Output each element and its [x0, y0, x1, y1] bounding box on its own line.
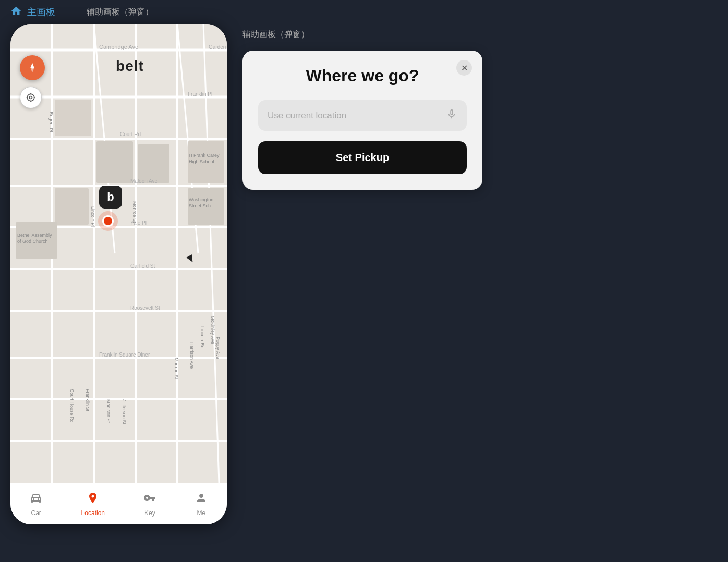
svg-text:H Frank Carey: H Frank Carey: [189, 153, 220, 158]
svg-text:Lincoln Pl: Lincoln Pl: [90, 206, 95, 227]
svg-rect-20: [138, 144, 169, 183]
key-icon: [143, 492, 156, 507]
svg-text:Court House Rd: Court House Rd: [69, 389, 75, 423]
right-panel: 辅助画板（弹窗） ✕ Where we go? Use current loca…: [242, 24, 718, 560]
popup-card: ✕ Where we go? Use current location Set …: [242, 51, 482, 190]
sub-panel-title: 辅助画板（弹窗）: [87, 7, 153, 18]
popup-title: Where we go?: [258, 66, 467, 85]
locate-button[interactable]: [20, 87, 42, 108]
svg-text:McKinley Ave: McKinley Ave: [210, 316, 215, 344]
svg-text:Franklin Square Diner: Franklin Square Diner: [99, 352, 150, 358]
svg-text:Lincoln Rd: Lincoln Rd: [200, 326, 205, 349]
svg-text:Franklin St: Franklin St: [85, 389, 90, 412]
main-panel-title: 主画板: [27, 6, 55, 18]
location-input-wrap[interactable]: Use current location: [258, 100, 467, 131]
panel-title: 辅助画板（弹窗）: [242, 29, 718, 40]
svg-text:Garfield St: Garfield St: [130, 263, 155, 269]
svg-rect-18: [55, 100, 91, 136]
svg-text:Jefferson St: Jefferson St: [122, 399, 127, 424]
main-layout: Cambridge Ave Garden Dr Franklin Pl Cour…: [0, 24, 728, 560]
svg-text:Cambridge Ave: Cambridge Ave: [99, 44, 138, 50]
nav-item-car[interactable]: Car: [30, 492, 42, 517]
nav-label-me: Me: [197, 509, 205, 517]
svg-text:Madison St: Madison St: [106, 399, 111, 423]
bottom-nav: Car Location Key Me: [10, 483, 227, 524]
main-panel-header: 主画板: [10, 5, 55, 19]
map-area: Cambridge Ave Garden Dr Franklin Pl Cour…: [10, 24, 227, 483]
svg-text:Street Sch: Street Sch: [189, 203, 211, 209]
svg-text:Washington: Washington: [189, 197, 213, 202]
svg-text:Court Rd: Court Rd: [120, 131, 141, 137]
location-icon: [87, 492, 99, 507]
location-input-placeholder: Use current location: [268, 111, 346, 121]
svg-text:of God Church: of God Church: [17, 239, 48, 244]
svg-text:Monroe St: Monroe St: [132, 201, 137, 223]
svg-text:Poppy Ave: Poppy Ave: [215, 337, 221, 359]
svg-point-53: [27, 94, 34, 101]
mic-icon: [446, 108, 457, 123]
me-icon: [195, 492, 208, 507]
popup-close-button[interactable]: ✕: [456, 60, 472, 76]
svg-point-54: [33, 498, 34, 500]
svg-point-55: [38, 498, 39, 500]
compass-button[interactable]: [20, 55, 45, 80]
nav-label-car: Car: [31, 509, 41, 517]
set-pickup-button[interactable]: Set Pickup: [258, 141, 467, 174]
nav-item-me[interactable]: Me: [195, 492, 208, 517]
svg-text:Monroe St: Monroe St: [174, 358, 179, 380]
nav-item-key[interactable]: Key: [143, 492, 156, 517]
svg-text:Franklin Pl: Franklin Pl: [188, 91, 212, 97]
svg-text:Roosevelt St: Roosevelt St: [130, 305, 160, 311]
svg-text:Bethel Assembly: Bethel Assembly: [17, 233, 52, 238]
svg-point-52: [30, 96, 32, 99]
nav-item-location[interactable]: Location: [81, 492, 105, 517]
car-icon: [30, 492, 42, 507]
svg-rect-21: [55, 188, 89, 225]
map-svg: Cambridge Ave Garden Dr Franklin Pl Cour…: [10, 24, 227, 483]
nav-label-key: Key: [144, 509, 155, 517]
map-marker-b: b: [99, 186, 122, 209]
phone-frame: Cambridge Ave Garden Dr Franklin Pl Cour…: [10, 24, 227, 524]
svg-text:Maloon Ave: Maloon Ave: [130, 178, 158, 184]
svg-text:Garden Dr: Garden Dr: [209, 44, 227, 50]
top-bar: 主画板 辅助画板（弹窗）: [0, 0, 728, 24]
map-marker-dot: [102, 215, 114, 227]
svg-text:High School: High School: [189, 159, 214, 164]
svg-rect-19: [96, 141, 133, 183]
home-icon: [10, 5, 22, 19]
svg-text:Harrison Ave: Harrison Ave: [189, 342, 195, 369]
nav-label-location: Location: [81, 509, 105, 517]
svg-text:Regent Pl: Regent Pl: [48, 112, 54, 132]
belt-label: belt: [116, 58, 144, 75]
